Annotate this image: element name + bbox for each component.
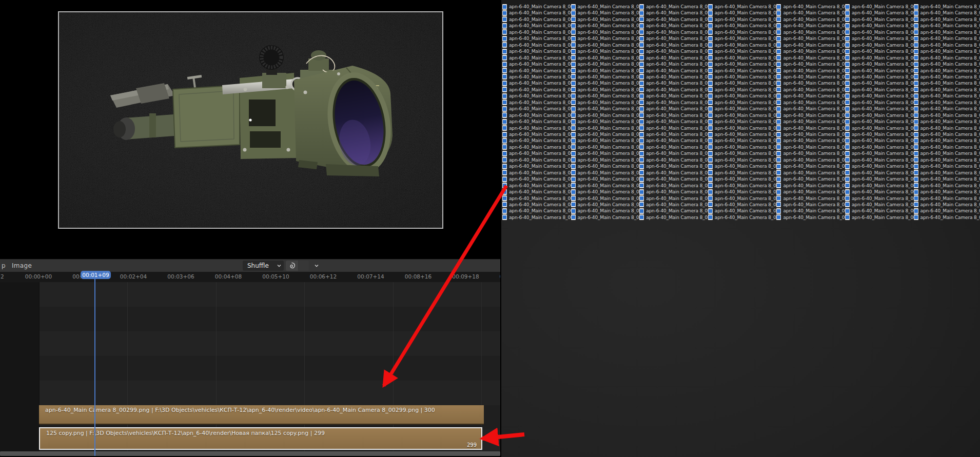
file-item[interactable]: apn-6-40_Main Camera 8_00134.png [708, 208, 780, 214]
file-item[interactable]: apn-6-40_Main Camera 8_00155.png [776, 125, 848, 131]
file-item[interactable]: apn-6-40_Main Camera 8_00137.png [776, 10, 848, 16]
file-item[interactable]: apn-6-40_Main Camera 8_00234.png [914, 195, 980, 202]
timeline-hscrollbar[interactable] [0, 451, 500, 456]
file-item[interactable]: apn-6-40_Main Camera 8_00202.png [845, 208, 917, 214]
file-item[interactable]: apn-6-40_Main Camera 8_00185.png [845, 100, 917, 106]
file-item[interactable]: apn-6-40_Main Camera 8_00178.png [845, 55, 917, 61]
file-item[interactable]: apn-6-40_Main Camera 8_00228.png [914, 157, 980, 163]
file-item[interactable]: apn-6-40_Main Camera 8_00205.png [914, 10, 980, 16]
file-item[interactable]: apn-6-40_Main Camera 8_00066.png [571, 208, 643, 214]
file-item[interactable]: apn-6-40_Main Camera 8_00036.png [571, 16, 643, 23]
file-item[interactable]: apn-6-40_Main Camera 8_00093.png [639, 163, 711, 169]
file-item[interactable]: apn-6-40_Main Camera 8_00207.png [914, 23, 980, 29]
file-item[interactable]: apn-6-40_Main Camera 8_00023.png [502, 150, 574, 156]
file-item[interactable]: apn-6-40_Main Camera 8_00099.png [639, 202, 711, 208]
file-item[interactable]: apn-6-40_Main Camera 8_00200.png [845, 195, 917, 202]
file-item[interactable]: apn-6-40_Main Camera 8_00118.png [708, 106, 780, 112]
file-item[interactable]: apn-6-40_Main Camera 8_00064.png [571, 195, 643, 202]
file-item[interactable]: apn-6-40_Main Camera 8_00078.png [639, 68, 711, 74]
file-item[interactable]: apn-6-40_Main Camera 8_00113.png [708, 74, 780, 80]
file-item[interactable]: apn-6-40_Main Camera 8_00009.png [502, 61, 574, 67]
file-item[interactable]: apn-6-40_Main Camera 8_00125.png [708, 150, 780, 156]
file-item[interactable]: apn-6-40_Main Camera 8_00152.png [776, 106, 848, 112]
file-item[interactable]: apn-6-40_Main Camera 8_00182.png [845, 80, 917, 86]
file-item[interactable]: apn-6-40_Main Camera 8_00050.png [571, 106, 643, 112]
file-item[interactable]: apn-6-40_Main Camera 8_00087.png [639, 125, 711, 131]
file-item[interactable]: apn-6-40_Main Camera 8_00032.png [502, 208, 574, 214]
file-item[interactable]: apn-6-40_Main Camera 8_00103.png [708, 10, 780, 16]
file-item[interactable]: apn-6-40_Main Camera 8_00121.png [708, 125, 780, 131]
file-item[interactable]: apn-6-40_Main Camera 8_00139.png [776, 23, 848, 29]
file-item[interactable]: apn-6-40_Main Camera 8_00101.png [639, 214, 711, 221]
file-item[interactable]: apn-6-40_Main Camera 8_00042.png [571, 55, 643, 61]
file-item[interactable]: apn-6-40_Main Camera 8_00146.png [776, 68, 848, 74]
file-item[interactable]: apn-6-40_Main Camera 8_00181.png [845, 74, 917, 80]
file-item[interactable]: apn-6-40_Main Camera 8_00173.png [845, 23, 917, 29]
blend-mode-select[interactable]: Shuffle [243, 261, 284, 271]
file-item[interactable]: apn-6-40_Main Camera 8_00005.png [502, 35, 574, 42]
file-item[interactable]: apn-6-40_Main Camera 8_00127.png [708, 163, 780, 169]
file-item[interactable]: apn-6-40_Main Camera 8_00026.png [502, 170, 574, 176]
file-item[interactable]: apn-6-40_Main Camera 8_00124.png [708, 144, 780, 150]
file-item[interactable]: apn-6-40_Main Camera 8_00090.png [639, 144, 711, 150]
file-item[interactable]: apn-6-40_Main Camera 8_00100.png [639, 208, 711, 214]
file-item[interactable]: apn-6-40_Main Camera 8_00231.png [914, 176, 980, 182]
file-item[interactable]: apn-6-40_Main Camera 8_00129.png [708, 176, 780, 182]
file-item[interactable]: apn-6-40_Main Camera 8_00122.png [708, 131, 780, 137]
file-item[interactable]: apn-6-40_Main Camera 8_00054.png [571, 131, 643, 137]
file-item[interactable]: apn-6-40_Main Camera 8_00190.png [845, 131, 917, 137]
file-item[interactable]: apn-6-40_Main Camera 8_00115.png [708, 87, 780, 93]
file-item[interactable]: apn-6-40_Main Camera 8_00098.png [639, 195, 711, 202]
file-item[interactable]: apn-6-40_Main Camera 8_00114.png [708, 80, 780, 86]
file-item[interactable]: apn-6-40_Main Camera 8_00140.png [776, 29, 848, 35]
file-item[interactable]: apn-6-40_Main Camera 8_00227.png [914, 150, 980, 156]
file-item[interactable]: apn-6-40_Main Camera 8_00089.png [639, 137, 711, 144]
file-item[interactable]: apn-6-40_Main Camera 8_00018.png [502, 118, 574, 125]
file-item[interactable]: apn-6-40_Main Camera 8_00059.png [571, 163, 643, 169]
file-item[interactable]: apn-6-40_Main Camera 8_00041.png [571, 48, 643, 54]
file-item[interactable]: apn-6-40_Main Camera 8_00021.png [502, 137, 574, 144]
file-list[interactable]: apn-6-40_Main Camera 8_00000.pngapn-6-40… [501, 4, 980, 224]
file-item[interactable]: apn-6-40_Main Camera 8_00142.png [776, 42, 848, 48]
file-item[interactable]: apn-6-40_Main Camera 8_00218.png [914, 93, 980, 99]
file-item[interactable]: apn-6-40_Main Camera 8_00096.png [639, 183, 711, 189]
file-item[interactable]: apn-6-40_Main Camera 8_00061.png [571, 176, 643, 182]
file-item[interactable]: apn-6-40_Main Camera 8_00206.png [914, 16, 980, 23]
file-item[interactable]: apn-6-40_Main Camera 8_00060.png [571, 170, 643, 176]
file-item[interactable]: apn-6-40_Main Camera 8_00219.png [914, 100, 980, 106]
file-item[interactable]: apn-6-40_Main Camera 8_00159.png [776, 150, 848, 156]
file-item[interactable]: apn-6-40_Main Camera 8_00065.png [571, 202, 643, 208]
file-item[interactable]: apn-6-40_Main Camera 8_00193.png [845, 150, 917, 156]
file-item[interactable]: apn-6-40_Main Camera 8_00044.png [571, 68, 643, 74]
file-item[interactable]: apn-6-40_Main Camera 8_00106.png [708, 29, 780, 35]
file-item[interactable]: apn-6-40_Main Camera 8_00063.png [571, 189, 643, 195]
file-item[interactable]: apn-6-40_Main Camera 8_00210.png [914, 42, 980, 48]
file-item[interactable]: apn-6-40_Main Camera 8_00135.png [708, 214, 780, 221]
file-item[interactable]: apn-6-40_Main Camera 8_00168.png [776, 208, 848, 214]
file-item[interactable]: apn-6-40_Main Camera 8_00020.png [502, 131, 574, 137]
file-item[interactable]: apn-6-40_Main Camera 8_00176.png [845, 42, 917, 48]
file-item[interactable]: apn-6-40_Main Camera 8_00051.png [571, 112, 643, 118]
file-item[interactable]: apn-6-40_Main Camera 8_00147.png [776, 74, 848, 80]
file-item[interactable]: apn-6-40_Main Camera 8_00014.png [502, 93, 574, 99]
file-item[interactable]: apn-6-40_Main Camera 8_00006.png [502, 42, 574, 48]
file-item[interactable]: apn-6-40_Main Camera 8_00131.png [708, 189, 780, 195]
file-item[interactable]: apn-6-40_Main Camera 8_00030.png [502, 195, 574, 202]
file-item[interactable]: apn-6-40_Main Camera 8_00013.png [502, 87, 574, 93]
file-item[interactable]: apn-6-40_Main Camera 8_00047.png [571, 87, 643, 93]
file-item[interactable]: apn-6-40_Main Camera 8_00174.png [845, 29, 917, 35]
file-item[interactable]: apn-6-40_Main Camera 8_00029.png [502, 189, 574, 195]
file-item[interactable]: apn-6-40_Main Camera 8_00186.png [845, 106, 917, 112]
file-item[interactable]: apn-6-40_Main Camera 8_00086.png [639, 118, 711, 125]
file-item[interactable]: apn-6-40_Main Camera 8_00119.png [708, 112, 780, 118]
file-item[interactable]: apn-6-40_Main Camera 8_00221.png [914, 112, 980, 118]
file-item[interactable]: apn-6-40_Main Camera 8_00003.png [502, 23, 574, 29]
file-item[interactable]: apn-6-40_Main Camera 8_00215.png [914, 74, 980, 80]
file-item[interactable]: apn-6-40_Main Camera 8_00004.png [502, 29, 574, 35]
file-item[interactable]: apn-6-40_Main Camera 8_00217.png [914, 87, 980, 93]
file-item[interactable]: apn-6-40_Main Camera 8_00188.png [845, 118, 917, 125]
file-item[interactable]: apn-6-40_Main Camera 8_00222.png [914, 118, 980, 125]
file-item[interactable]: apn-6-40_Main Camera 8_00037.png [571, 23, 643, 29]
file-item[interactable]: apn-6-40_Main Camera 8_00148.png [776, 80, 848, 86]
file-item[interactable]: apn-6-40_Main Camera 8_00175.png [845, 35, 917, 42]
